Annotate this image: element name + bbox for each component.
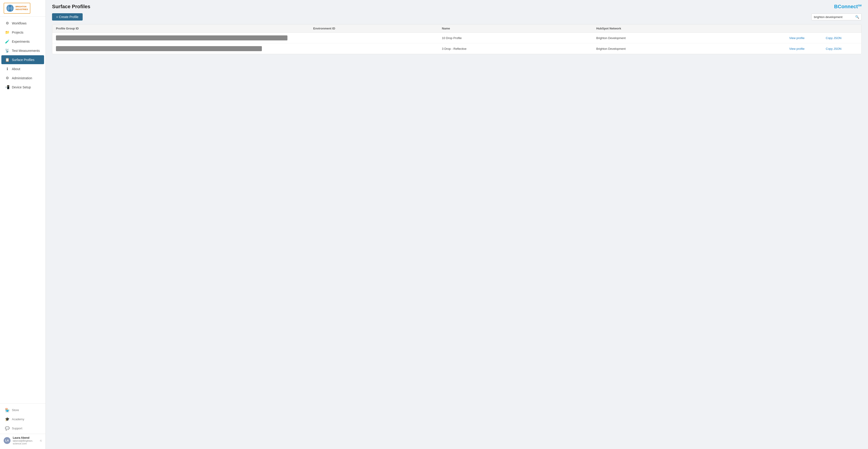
search-box: 🔍 [811, 13, 862, 20]
sidebar-item-surface-profiles[interactable]: 📋Surface Profiles [1, 55, 44, 64]
nav-label-workflows: Workflows [12, 22, 27, 25]
copy-json-link-2[interactable]: Copy JSON [826, 47, 841, 51]
sidebar-item-test-measurements[interactable]: 📡Test Measurements [1, 46, 44, 55]
sidebar-item-about[interactable]: ℹAbout [1, 64, 44, 73]
nav-icon-test-measurements: 📡 [5, 49, 9, 53]
sidebar-item-support[interactable]: 💬Support [1, 424, 44, 433]
nav-label-about: About [12, 67, 20, 71]
table-header: Profile Group ID Environment ID Name Hub… [52, 24, 861, 33]
sidebar: BRIGHTON INDUSTRIES ⚙Workflows📁Projects🧪… [0, 0, 46, 449]
nav-icon-academy: 🎓 [5, 417, 9, 421]
cell-profile-group-id-1 [56, 35, 313, 40]
table-row: 3 Drop - Reflective Brighton Development… [52, 43, 861, 54]
globe-icon [6, 4, 14, 12]
logo[interactable]: BRIGHTON INDUSTRIES [4, 3, 30, 14]
brand-b: B [834, 4, 838, 9]
cell-hubspot-2: Brighton Development [596, 47, 789, 51]
toolbar: + Create Profile 🔍 [46, 9, 868, 24]
logo-text: BRIGHTON INDUSTRIES [16, 5, 28, 11]
brand-sm: SM [858, 4, 862, 7]
brand-connect: Connect [838, 4, 858, 9]
page-title: Surface Profiles [52, 4, 90, 9]
sidebar-bottom: 🏪Store🎓Academy💬Support LA Laura Abend la… [0, 403, 45, 449]
copy-json-link-1[interactable]: Copy JSON [826, 36, 841, 40]
cell-copy-json-2[interactable]: Copy JSON [826, 47, 858, 51]
search-input[interactable] [814, 15, 854, 19]
table-container: Profile Group ID Environment ID Name Hub… [52, 24, 862, 54]
nav-label-administration: Administration [12, 76, 32, 80]
cell-profile-group-id-2 [56, 46, 313, 51]
cell-name-1: 10 Drop Profile [442, 36, 596, 40]
nav-label-experiments: Experiments [12, 40, 30, 43]
sidebar-item-administration[interactable]: ⚙Administration [1, 73, 44, 83]
sidebar-item-store[interactable]: 🏪Store [1, 406, 44, 415]
user-area: LA Laura Abend labend@Brighton-science.c… [0, 434, 45, 447]
col-hubspot: HubSpot Network [596, 27, 789, 30]
nav-icon-about: ℹ [5, 67, 9, 71]
cell-view-profile-1[interactable]: View profile [789, 36, 826, 40]
main-content: Surface Profiles BConnectSM + Create Pro… [46, 0, 868, 449]
col-action2 [826, 27, 858, 30]
cell-copy-json-1[interactable]: Copy JSON [826, 36, 858, 40]
nav-label-surface-profiles: Surface Profiles [12, 58, 34, 62]
user-email: labend@Brighton-science.com [13, 440, 38, 445]
nav-icon-surface-profiles: 📋 [5, 58, 9, 62]
masked-id-bar-2 [56, 46, 262, 51]
nav-label-support: Support [12, 427, 22, 430]
col-name: Name [442, 27, 596, 30]
sidebar-item-workflows[interactable]: ⚙Workflows [1, 19, 44, 28]
view-profile-link-1[interactable]: View profile [789, 36, 805, 40]
search-icon: 🔍 [855, 15, 859, 19]
nav-icon-experiments: 🧪 [5, 39, 9, 43]
user-name: Laura Abend [13, 436, 38, 440]
nav-label-test-measurements: Test Measurements [12, 49, 40, 53]
nav-icon-workflows: ⚙ [5, 21, 9, 25]
table-row: 10 Drop Profile Brighton Development Vie… [52, 33, 861, 43]
cell-view-profile-2[interactable]: View profile [789, 47, 826, 51]
create-profile-button[interactable]: + Create Profile [52, 13, 83, 21]
logo-area: BRIGHTON INDUSTRIES [0, 0, 45, 17]
cell-name-2: 3 Drop - Reflective [442, 47, 596, 51]
brand-logo: BConnectSM [834, 4, 862, 9]
nav-label-projects: Projects [12, 31, 24, 34]
col-profile-group-id: Profile Group ID [56, 27, 313, 30]
nav-items: ⚙Workflows📁Projects🧪Experiments📡Test Mea… [0, 17, 45, 403]
nav-icon-administration: ⚙ [5, 76, 9, 80]
user-info: Laura Abend labend@Brighton-science.com [13, 436, 38, 445]
sidebar-item-academy[interactable]: 🎓Academy [1, 415, 44, 424]
sidebar-item-experiments[interactable]: 🧪Experiments [1, 37, 44, 46]
col-environment-id: Environment ID [313, 27, 442, 30]
cell-hubspot-1: Brighton Development [596, 36, 789, 40]
logout-icon[interactable]: ⎋ [40, 439, 42, 442]
nav-label-store: Store [12, 408, 19, 412]
col-action1 [789, 27, 826, 30]
nav-label-academy: Academy [12, 418, 24, 421]
nav-label-device-setup: Device Setup [12, 85, 31, 89]
view-profile-link-2[interactable]: View profile [789, 47, 805, 51]
top-bar: Surface Profiles BConnectSM [46, 0, 868, 9]
nav-icon-support: 💬 [5, 426, 9, 430]
sidebar-item-projects[interactable]: 📁Projects [1, 28, 44, 37]
nav-icon-projects: 📁 [5, 30, 9, 34]
nav-icon-device-setup: 📲 [5, 85, 9, 89]
sidebar-item-device-setup[interactable]: 📲Device Setup [1, 83, 44, 92]
nav-icon-store: 🏪 [5, 408, 9, 412]
avatar: LA [4, 437, 10, 444]
masked-id-bar-1 [56, 35, 287, 40]
